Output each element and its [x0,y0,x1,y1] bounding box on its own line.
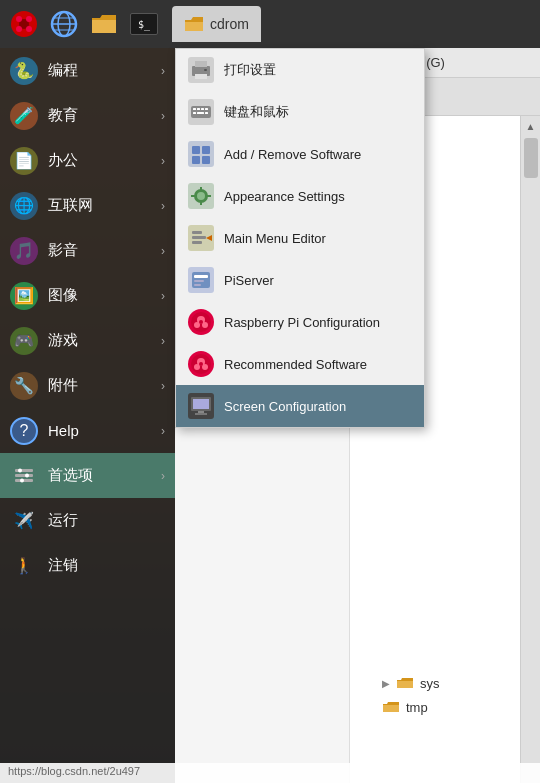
sidebar-label-graphics: 图像 [48,286,78,305]
media-icon: 🎵 [10,237,38,265]
sidebar-label-preferences: 首选项 [48,466,93,485]
svg-point-73 [194,322,200,328]
raspi-config-icon [188,309,214,335]
graphics-icon: 🖼️ [10,282,38,310]
sidebar-item-education[interactable]: 🧪 教育 › [0,93,175,138]
scroll-thumb[interactable] [524,138,538,178]
svg-rect-56 [202,156,210,164]
tree-arrow-sys: ▶ [382,678,390,689]
svg-point-16 [20,478,24,482]
svg-rect-70 [194,284,201,286]
svg-rect-51 [197,112,204,114]
keyboard-icon [188,99,214,125]
tree-tmp-label: tmp [406,700,428,715]
sidebar-label-run: 运行 [48,511,78,530]
url-text: https://blog.csdn.net/2u497 [8,765,140,777]
games-icon: 🎮 [10,327,38,355]
arrow-preferences: › [161,469,165,483]
pref-label-software: Add / Remove Software [224,147,361,162]
svg-rect-52 [205,112,208,114]
svg-point-80 [199,362,203,366]
sidebar: 🐍 编程 › 🧪 教育 › 📄 办公 › 🌐 互联网 › 🎵 影音 › 🖼️ 图… [0,48,175,783]
preferences-submenu: 打印设置 键盘和鼠标 Add / R [175,48,425,428]
internet-icon: 🌐 [10,192,38,220]
svg-point-78 [194,364,200,370]
sidebar-item-graphics[interactable]: 🖼️ 图像 › [0,273,175,318]
svg-rect-60 [200,201,202,205]
pref-label-print: 打印设置 [224,61,276,79]
logout-icon: 🚶 [10,552,38,580]
fm-scrollbar[interactable]: ▲ [520,116,540,783]
appearance-icon [188,183,214,209]
pref-item-print[interactable]: 打印设置 [176,49,424,91]
pref-item-raspi-config[interactable]: Raspberry Pi Configuration [176,301,424,343]
sidebar-item-logout[interactable]: 🚶 注销 [0,543,175,588]
sidebar-item-media[interactable]: 🎵 影音 › [0,228,175,273]
run-icon: ✈️ [10,507,38,535]
folder-button[interactable] [86,6,122,42]
svg-point-3 [26,16,32,22]
sidebar-item-office[interactable]: 📄 办公 › [0,138,175,183]
tree-tmp[interactable]: tmp [350,695,520,719]
pref-item-keyboard[interactable]: 键盘和鼠标 [176,91,424,133]
pref-item-software[interactable]: Add / Remove Software [176,133,424,175]
pref-item-appearance[interactable]: Appearance Settings [176,175,424,217]
sidebar-label-media: 影音 [48,241,78,260]
svg-rect-65 [192,241,202,244]
sidebar-label-programming: 编程 [48,61,78,80]
scroll-up-arrow[interactable]: ▲ [521,116,540,136]
svg-rect-49 [205,108,208,110]
svg-rect-43 [195,74,207,79]
svg-rect-59 [200,187,202,191]
sidebar-item-games[interactable]: 🎮 游戏 › [0,318,175,363]
pref-item-screen-config[interactable]: Screen Configuration [176,385,424,427]
svg-rect-62 [207,195,211,197]
svg-rect-61 [191,195,195,197]
svg-rect-84 [195,413,207,415]
raspberry-menu-button[interactable] [6,6,42,42]
pref-label-recommended: Recommended Software [224,357,367,372]
cdrom-tab[interactable]: cdrom [172,6,261,42]
sidebar-label-logout: 注销 [48,556,78,575]
fm-tree-bottom: ▶ sys tmp [350,667,520,723]
svg-rect-42 [195,61,207,67]
svg-rect-39 [397,681,413,688]
svg-rect-64 [192,236,206,239]
tree-sys[interactable]: ▶ sys [350,671,520,695]
svg-rect-40 [383,705,399,712]
pref-label-menu-editor: Main Menu Editor [224,231,326,246]
svg-rect-55 [192,156,200,164]
svg-point-75 [199,320,203,324]
svg-rect-68 [194,275,208,278]
software-icon [188,141,214,167]
preferences-icon [10,462,38,490]
sidebar-item-programming[interactable]: 🐍 编程 › [0,48,175,93]
svg-point-58 [197,192,205,200]
terminal-icon: $_ [130,13,158,35]
svg-rect-82 [193,399,209,409]
pref-item-piserver[interactable]: PiServer [176,259,424,301]
sidebar-item-preferences[interactable]: 首选项 › [0,453,175,498]
sidebar-item-accessories[interactable]: 🔧 附件 › [0,363,175,408]
menu-editor-icon [188,225,214,251]
pref-item-menu-editor[interactable]: Main Menu Editor [176,217,424,259]
pref-label-keyboard: 键盘和鼠标 [224,103,289,121]
sidebar-item-help[interactable]: ? Help › [0,408,175,453]
taskbar: $_ cdrom [0,0,540,48]
svg-point-5 [26,26,32,32]
screen-config-icon [188,393,214,419]
sidebar-item-internet[interactable]: 🌐 互联网 › [0,183,175,228]
terminal-button[interactable]: $_ [126,6,162,42]
sidebar-label-office: 办公 [48,151,78,170]
browser-button[interactable] [46,6,82,42]
svg-rect-11 [15,469,33,472]
sidebar-label-internet: 互联网 [48,196,93,215]
print-icon [188,57,214,83]
pref-label-screen-config: Screen Configuration [224,399,346,414]
svg-rect-63 [192,231,202,234]
programming-icon: 🐍 [10,57,38,85]
pref-item-recommended[interactable]: Recommended Software [176,343,424,385]
sidebar-item-run[interactable]: ✈️ 运行 [0,498,175,543]
arrow-games: › [161,334,165,348]
arrow-help: › [161,424,165,438]
